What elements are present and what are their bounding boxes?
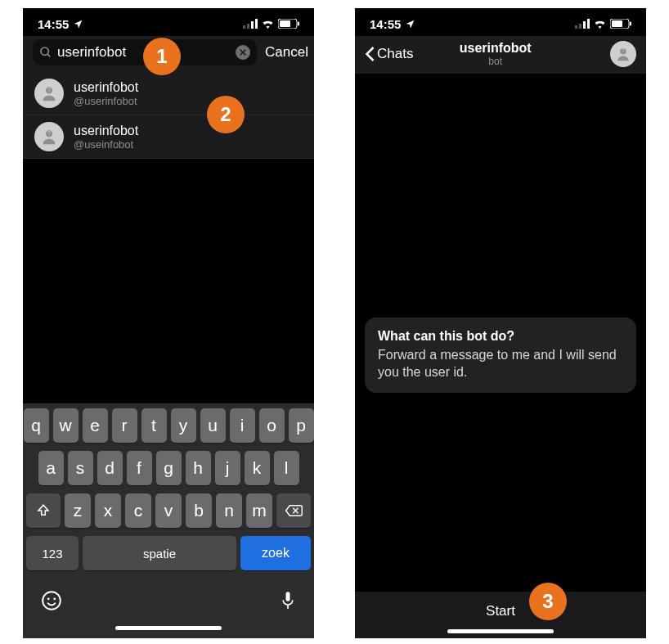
- location-arrow-icon: [405, 19, 415, 29]
- key-shift[interactable]: [26, 493, 61, 528]
- key-m[interactable]: m: [246, 493, 272, 528]
- location-arrow-icon: [73, 19, 83, 29]
- key-b[interactable]: b: [186, 493, 212, 528]
- start-bar: Start: [355, 592, 646, 638]
- key-g[interactable]: g: [156, 451, 182, 485]
- key-k[interactable]: k: [245, 451, 270, 485]
- avatar: ?: [34, 79, 64, 108]
- person-placeholder-icon: ?: [40, 84, 58, 102]
- emoji-button[interactable]: [41, 590, 62, 616]
- key-q[interactable]: q: [24, 408, 49, 443]
- key-backspace[interactable]: [276, 493, 311, 528]
- key-p[interactable]: p: [289, 408, 314, 443]
- key-o[interactable]: o: [259, 408, 285, 443]
- home-indicator[interactable]: [447, 629, 554, 633]
- battery-icon: [610, 19, 631, 29]
- key-v[interactable]: v: [155, 493, 182, 528]
- search-result-item[interactable]: ? userinfobot @useinfobot: [23, 115, 314, 159]
- svg-rect-0: [243, 25, 245, 29]
- search-result-item[interactable]: ? userinfobot @userinfobot: [23, 72, 314, 115]
- shift-icon: [36, 503, 51, 518]
- step-badge-2: 2: [207, 96, 245, 133]
- status-left: 14:55: [370, 17, 415, 31]
- result-text: userinfobot @userinfobot: [74, 80, 138, 107]
- svg-line-8: [47, 54, 50, 56]
- result-text: userinfobot @useinfobot: [74, 124, 138, 151]
- search-results: ? userinfobot @userinfobot ? userinfobot…: [23, 72, 314, 159]
- status-bar: 14:55: [355, 8, 646, 36]
- key-numeric[interactable]: 123: [26, 536, 79, 570]
- svg-rect-20: [286, 592, 290, 601]
- person-placeholder-icon: ?: [40, 128, 58, 146]
- status-right: [243, 19, 299, 29]
- svg-rect-3: [255, 19, 258, 29]
- step-badge-3: 3: [529, 583, 567, 620]
- person-placeholder-icon: ?: [615, 46, 631, 62]
- chevron-left-icon: [365, 46, 375, 62]
- cancel-button[interactable]: Cancel: [265, 44, 308, 61]
- chat-avatar[interactable]: ?: [610, 41, 636, 67]
- key-a[interactable]: a: [38, 451, 64, 485]
- svg-rect-27: [612, 20, 622, 27]
- home-indicator[interactable]: [115, 626, 222, 630]
- svg-point-7: [41, 47, 48, 55]
- chat-header: Chats userinfobot bot ?: [355, 36, 646, 74]
- svg-rect-23: [579, 24, 581, 29]
- clear-search-button[interactable]: [236, 45, 250, 60]
- cellular-icon: [575, 19, 590, 29]
- key-y[interactable]: y: [171, 408, 196, 443]
- chat-subtitle: bot: [380, 56, 610, 67]
- key-e[interactable]: e: [83, 408, 108, 443]
- step-badge-1: 1: [143, 38, 181, 75]
- svg-point-19: [53, 597, 56, 600]
- svg-rect-22: [575, 25, 577, 29]
- keyboard: q w e r t y u i o p a s d f g h j k l z: [23, 403, 314, 638]
- svg-point-17: [43, 592, 61, 610]
- key-w[interactable]: w: [53, 408, 79, 443]
- keyboard-row-1: q w e r t y u i o p: [26, 408, 311, 443]
- result-name: userinfobot: [74, 124, 138, 138]
- chat-title-wrap[interactable]: userinfobot bot: [380, 41, 610, 67]
- key-u[interactable]: u: [200, 408, 226, 443]
- key-c[interactable]: c: [125, 493, 151, 528]
- status-time: 14:55: [38, 17, 69, 31]
- svg-text:?: ?: [47, 129, 51, 137]
- bubble-title: What can this bot do?: [378, 329, 623, 344]
- start-button[interactable]: Start: [355, 603, 646, 619]
- status-bar: 14:55: [23, 8, 314, 36]
- status-left: 14:55: [38, 17, 83, 31]
- key-z[interactable]: z: [65, 493, 91, 528]
- key-x[interactable]: x: [95, 493, 121, 528]
- bot-info-bubble: What can this bot do? Forward a message …: [365, 317, 636, 393]
- key-f[interactable]: f: [127, 451, 152, 485]
- key-s[interactable]: s: [68, 451, 93, 485]
- svg-point-18: [47, 597, 50, 600]
- keyboard-row-4: 123 spatie zoek: [26, 536, 311, 570]
- dictation-button[interactable]: [280, 590, 296, 616]
- key-i[interactable]: i: [230, 408, 255, 443]
- key-h[interactable]: h: [186, 451, 211, 485]
- cellular-icon: [243, 19, 258, 29]
- key-space[interactable]: spatie: [83, 536, 236, 570]
- key-l[interactable]: l: [274, 451, 299, 485]
- key-n[interactable]: n: [216, 493, 242, 528]
- keyboard-bottom-row: [26, 579, 311, 616]
- key-j[interactable]: j: [215, 451, 240, 485]
- wifi-icon: [261, 19, 275, 29]
- battery-icon: [278, 19, 299, 29]
- key-t[interactable]: t: [141, 408, 167, 443]
- key-d[interactable]: d: [97, 451, 123, 485]
- svg-rect-24: [583, 21, 586, 29]
- key-search-action[interactable]: zoek: [240, 536, 311, 570]
- bubble-body: Forward a message to me and I will send …: [378, 347, 623, 381]
- keyboard-row-2: a s d f g h j k l: [26, 451, 311, 485]
- svg-rect-6: [298, 22, 299, 26]
- search-icon: [39, 46, 52, 59]
- keyboard-row-3: z x c v b n m: [26, 493, 311, 528]
- svg-rect-2: [251, 21, 254, 29]
- key-r[interactable]: r: [112, 408, 137, 443]
- svg-rect-28: [630, 22, 631, 26]
- result-name: userinfobot: [74, 80, 138, 95]
- status-right: [575, 19, 631, 29]
- mic-icon: [280, 590, 296, 611]
